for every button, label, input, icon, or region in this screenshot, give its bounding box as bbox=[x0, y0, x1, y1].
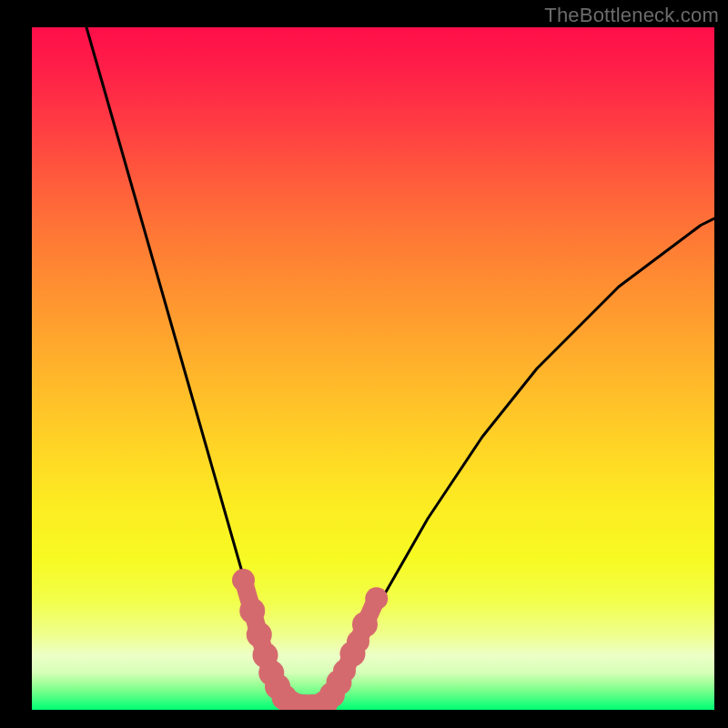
plot-area bbox=[32, 27, 714, 710]
marker-layer bbox=[232, 569, 388, 710]
marker-dot bbox=[365, 587, 388, 610]
chart-frame: TheBottleneck.com bbox=[0, 0, 728, 728]
marker-dot bbox=[239, 598, 265, 623]
curve-layer bbox=[86, 27, 714, 706]
marker-dot bbox=[232, 569, 255, 592]
marker-dot bbox=[352, 612, 378, 637]
chart-svg bbox=[32, 27, 714, 710]
bottleneck-curve bbox=[86, 27, 714, 706]
watermark-text: TheBottleneck.com bbox=[544, 4, 719, 27]
